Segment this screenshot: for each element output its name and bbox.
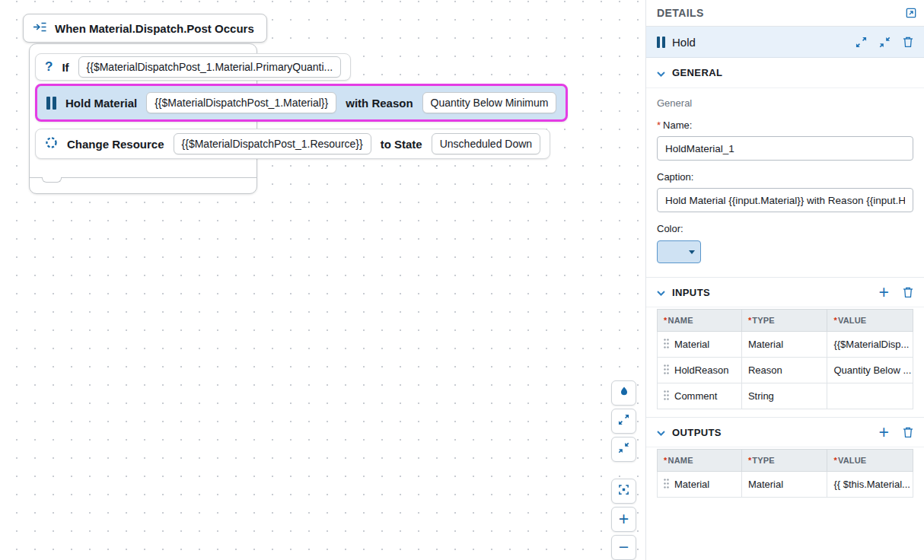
if-condition-block[interactable]: ? If {{$MaterialDispatchPost_1.Material.… bbox=[35, 53, 351, 81]
if-keyword: If bbox=[62, 61, 69, 74]
required-marker: * bbox=[657, 119, 661, 131]
output-name: Material bbox=[674, 479, 709, 490]
col-header-type: *TYPE bbox=[741, 310, 827, 332]
output-type: Material bbox=[741, 472, 827, 498]
to-state-label: to State bbox=[381, 138, 422, 151]
input-value: Quantity Below ... bbox=[827, 358, 913, 383]
caption-label: Caption: bbox=[657, 171, 913, 183]
drag-handle-icon[interactable] bbox=[664, 339, 669, 351]
outputs-table-header: *NAME *TYPE *VALUE bbox=[658, 450, 913, 472]
plus-icon: + bbox=[619, 511, 629, 528]
input-type: Reason bbox=[741, 358, 827, 383]
input-type: String bbox=[741, 383, 827, 409]
hold-material-block-selected[interactable]: Hold Material {{$MaterialDispatchPost_1.… bbox=[35, 84, 568, 122]
name-input[interactable] bbox=[657, 136, 913, 161]
selected-block-bar: Hold bbox=[646, 26, 924, 58]
outputs-section-header[interactable]: OUTPUTS + bbox=[646, 417, 924, 447]
trigger-block[interactable]: When Material.Dispatch.Post Occurs bbox=[23, 14, 267, 43]
fill-color-button[interactable] bbox=[611, 380, 636, 406]
details-title: DETAILS bbox=[657, 7, 704, 19]
input-value: {{$MaterialDisp... bbox=[827, 332, 913, 358]
zoom-in-button[interactable]: + bbox=[611, 507, 636, 532]
input-value bbox=[827, 383, 913, 409]
change-resource-label: Change Resource bbox=[67, 138, 164, 151]
pause-icon bbox=[46, 97, 56, 110]
selected-block-title: Hold bbox=[672, 36, 696, 49]
drag-handle-icon[interactable] bbox=[664, 479, 669, 491]
minus-icon: − bbox=[619, 539, 629, 556]
change-state-spinner-icon bbox=[45, 136, 58, 152]
color-label: Color: bbox=[657, 223, 913, 234]
output-value: {{ $this.Material... bbox=[827, 472, 913, 498]
col-header-name: *NAME bbox=[658, 310, 742, 332]
collapse-all-button[interactable] bbox=[611, 437, 636, 462]
change-resource-block[interactable]: Change Resource {{$MaterialDispatchPost_… bbox=[35, 129, 550, 159]
color-dropdown[interactable] bbox=[657, 240, 701, 263]
panel-toggle-icon[interactable] bbox=[906, 8, 916, 18]
table-row[interactable]: HoldReason Reason Quantity Below ... bbox=[658, 358, 913, 383]
general-section-header[interactable]: GENERAL bbox=[646, 58, 924, 88]
chevron-down-icon bbox=[657, 285, 665, 299]
change-state-field[interactable]: Unscheduled Down bbox=[432, 133, 540, 154]
caret-down-icon bbox=[689, 250, 695, 254]
inputs-section-header[interactable]: INPUTS + bbox=[646, 277, 924, 307]
zoom-out-button[interactable]: − bbox=[611, 535, 636, 560]
name-label: * Name: bbox=[657, 119, 913, 131]
with-reason-label: with Reason bbox=[346, 97, 413, 110]
collapse-icon bbox=[618, 442, 629, 457]
delete-output-button[interactable] bbox=[903, 426, 913, 438]
inputs-table-header: *NAME *TYPE *VALUE bbox=[658, 310, 913, 332]
col-header-value: *VALUE bbox=[827, 310, 913, 332]
input-name: HoldReason bbox=[674, 364, 729, 376]
trigger-label: When Material.Dispatch.Post Occurs bbox=[55, 22, 254, 35]
expand-all-button[interactable] bbox=[611, 409, 636, 434]
chevron-down-icon bbox=[657, 66, 665, 80]
col-header-value: *VALUE bbox=[827, 450, 913, 472]
hold-material-label: Hold Material bbox=[65, 97, 137, 110]
pause-icon bbox=[657, 37, 665, 48]
trigger-event-icon bbox=[33, 21, 47, 36]
delete-input-button[interactable] bbox=[903, 286, 913, 298]
general-section-body: General * Name: Caption: Color: bbox=[646, 88, 924, 277]
outputs-table: *NAME *TYPE *VALUE Material Material {{ … bbox=[657, 449, 913, 498]
if-condition-field[interactable]: {{$MaterialDispatchPost_1.Material.Prima… bbox=[78, 56, 342, 78]
drag-handle-icon[interactable] bbox=[664, 390, 669, 402]
change-resource-field[interactable]: {{$MaterialDispatchPost_1.Resource}} bbox=[174, 133, 371, 154]
delete-block-button[interactable] bbox=[903, 36, 913, 48]
caption-input[interactable] bbox=[657, 188, 913, 212]
input-type: Material bbox=[741, 332, 827, 358]
fit-view-icon bbox=[618, 484, 629, 498]
details-header: DETAILS bbox=[646, 0, 924, 26]
input-name: Material bbox=[674, 339, 709, 350]
drag-handle-icon[interactable] bbox=[664, 364, 669, 377]
hold-reason-field[interactable]: Quantity Below Minimum bbox=[422, 92, 557, 113]
inputs-table: *NAME *TYPE *VALUE Material Material {{$… bbox=[657, 309, 913, 409]
fit-view-button[interactable] bbox=[611, 479, 636, 504]
table-row[interactable]: Material Material {{ $this.Material... bbox=[658, 472, 913, 498]
col-header-name: *NAME bbox=[658, 450, 742, 472]
expand-icon bbox=[618, 414, 629, 428]
block-group-notch bbox=[42, 177, 62, 183]
block-group-end bbox=[30, 177, 256, 193]
expand-block-button[interactable] bbox=[855, 37, 867, 48]
col-header-type: *TYPE bbox=[741, 450, 827, 472]
collapse-block-button[interactable] bbox=[879, 37, 891, 48]
chevron-down-icon bbox=[657, 425, 665, 439]
droplet-icon bbox=[619, 386, 629, 401]
add-output-button[interactable]: + bbox=[879, 424, 889, 441]
question-icon: ? bbox=[45, 59, 53, 75]
general-subtitle: General bbox=[657, 97, 913, 109]
add-input-button[interactable]: + bbox=[879, 284, 889, 301]
general-section-title: GENERAL bbox=[672, 67, 722, 78]
table-row[interactable]: Comment String bbox=[658, 383, 913, 409]
hold-material-field[interactable]: {{$MaterialDispatchPost_1.Material}} bbox=[146, 92, 336, 113]
inputs-section-title: INPUTS bbox=[672, 287, 710, 298]
outputs-section-title: OUTPUTS bbox=[672, 427, 722, 438]
table-row[interactable]: Material Material {{$MaterialDisp... bbox=[658, 332, 913, 358]
input-name: Comment bbox=[674, 390, 717, 402]
flow-canvas[interactable]: When Material.Dispatch.Post Occurs ? If … bbox=[0, 0, 645, 560]
details-panel: DETAILS Hold bbox=[645, 0, 924, 560]
automation-editor: When Material.Dispatch.Post Occurs ? If … bbox=[0, 0, 924, 560]
